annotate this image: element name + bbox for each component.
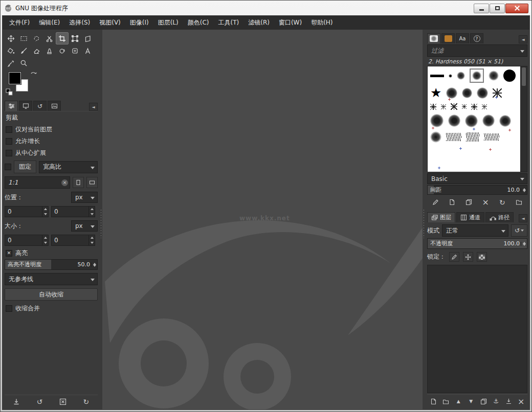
option-highlight[interactable]: ✕ 高亮 [5, 247, 98, 259]
brush-thumbnail[interactable] [477, 87, 488, 99]
size-unit-combo[interactable]: px [71, 220, 98, 232]
swap-colors-icon[interactable] [30, 71, 37, 78]
maximize-button[interactable] [490, 4, 505, 13]
option-allow-growing[interactable]: 允许增长 [5, 135, 98, 147]
tool-free-select[interactable] [30, 32, 43, 44]
checkbox-allow-growing[interactable] [6, 138, 12, 145]
tool-crop[interactable] [56, 32, 69, 44]
edit-brush-button[interactable] [429, 197, 442, 208]
delete-brush-button[interactable]: × [479, 197, 492, 208]
tab-brushes[interactable] [427, 33, 440, 43]
tab-images[interactable] [48, 101, 61, 111]
brush-thumbnail[interactable] [482, 115, 495, 127]
canvas[interactable]: www.kkx.net [102, 30, 423, 409]
portrait-button[interactable] [73, 177, 84, 188]
scrollbar-thumb[interactable] [522, 67, 526, 86]
titlebar[interactable]: GNU 图像处理程序 [2, 2, 530, 15]
layer-opacity-slider[interactable]: 不透明度 100.0 [427, 238, 527, 249]
menu-windows[interactable]: 窗口(W) [274, 16, 306, 30]
mode-switch-button[interactable]: ↺ [511, 224, 527, 237]
reset-tool-options-button[interactable]: ↻ [79, 396, 93, 407]
new-layer-button[interactable] [427, 396, 440, 407]
option-shrink-merged[interactable]: 收缩合并 [5, 303, 98, 314]
brush-thumbnail[interactable] [489, 71, 499, 81]
guides-combo[interactable]: 无参考线 [5, 273, 98, 285]
anchor-layer-button[interactable]: ⚓ [490, 396, 503, 407]
brush-thumbnail[interactable] [446, 133, 461, 141]
delete-tool-preset-button[interactable] [56, 396, 70, 407]
checkbox-expand-from-center[interactable] [6, 150, 12, 156]
checkbox-shrink-merged[interactable] [6, 305, 12, 312]
foreground-color-swatch[interactable] [9, 72, 21, 84]
position-x-spinner[interactable] [5, 206, 49, 217]
tab-device-status[interactable] [19, 101, 32, 111]
tool-scissors-select[interactable] [43, 32, 56, 44]
brush-thumbnail[interactable] [466, 132, 479, 142]
brush-thumbnail[interactable] [446, 87, 457, 99]
brush-thumbnail[interactable] [499, 115, 511, 127]
lock-alpha-button[interactable] [477, 252, 487, 262]
tool-heal[interactable] [69, 44, 81, 57]
tab-fonts[interactable]: Aa [456, 33, 469, 43]
tool-perspective[interactable] [81, 32, 94, 44]
brush-thumbnail[interactable] [451, 103, 457, 110]
tool-rectangle-select[interactable] [17, 32, 30, 44]
ratio-input[interactable] [5, 176, 70, 189]
brush-collection-combo[interactable]: Basic [427, 173, 527, 184]
tab-channels[interactable]: 通道 [456, 212, 484, 222]
save-tool-preset-button[interactable] [10, 396, 23, 407]
tab-paths[interactable]: 路径 [485, 212, 514, 222]
layers-list[interactable] [427, 265, 527, 393]
left-dock-menu-button[interactable]: ◄ [89, 103, 98, 111]
open-brush-as-image-button[interactable] [513, 197, 526, 208]
refresh-brushes-button[interactable]: ↻ [496, 197, 509, 208]
menu-file[interactable]: 文件(F) [5, 16, 34, 30]
tool-bucket-fill[interactable] [5, 44, 17, 57]
highlight-opacity-slider[interactable]: 高亮不透明度 50.0 [5, 259, 98, 270]
brush-thumbnail[interactable] [448, 115, 460, 127]
tool-color-picker[interactable] [5, 57, 17, 69]
default-colors-icon[interactable] [6, 88, 13, 96]
menu-filters[interactable]: 滤镜(R) [243, 16, 274, 30]
menu-tools[interactable]: 工具(T) [214, 16, 244, 30]
size-width-spinner[interactable] [5, 235, 49, 246]
right-panel-resize-grip[interactable] [423, 30, 425, 409]
fixed-label[interactable]: 固定 [14, 161, 36, 173]
minimize-button[interactable] [474, 4, 489, 13]
brush-thumbnail[interactable] [465, 115, 478, 127]
lock-position-button[interactable] [463, 252, 473, 262]
new-layer-group-button[interactable] [440, 396, 453, 407]
brush-thumbnail[interactable] [430, 131, 441, 143]
menu-help[interactable]: 帮助(H) [306, 16, 337, 30]
delete-layer-button[interactable]: × [515, 396, 528, 407]
brush-thumbnail[interactable] [441, 104, 446, 109]
menu-edit[interactable]: 编辑(E) [34, 16, 64, 30]
layers-dock-menu-button[interactable]: ◄ [519, 214, 527, 222]
fixed-combo[interactable]: 宽高比 [39, 161, 98, 173]
position-unit-combo[interactable]: px [71, 192, 98, 203]
brush-thumbnail[interactable] [503, 70, 516, 82]
tool-eraser[interactable] [30, 44, 43, 57]
brush-grid[interactable]: ★ [427, 66, 521, 172]
tab-undo-history[interactable]: ↺ [33, 101, 47, 111]
brush-thumbnail[interactable]: ★ [430, 87, 441, 99]
brush-thumbnail[interactable] [430, 75, 444, 77]
tool-clone[interactable] [43, 44, 56, 57]
tab-tool-options[interactable] [5, 101, 18, 111]
layer-mode-combo[interactable]: 正常 [442, 224, 508, 237]
auto-shrink-button[interactable]: 自动收缩 [5, 288, 98, 301]
brush-dock-menu-button[interactable]: ◄ [519, 35, 527, 43]
checkbox-current-layer-only[interactable] [6, 126, 12, 133]
brush-grid-scrollbar[interactable] [521, 66, 527, 172]
menu-colors[interactable]: 颜色(C) [183, 16, 214, 30]
tool-unified-transform[interactable] [69, 32, 81, 44]
lower-layer-button[interactable]: ▼ [465, 396, 478, 407]
menu-layer[interactable]: 图层(L) [153, 16, 183, 30]
option-expand-from-center[interactable]: 从中心扩展 [5, 147, 98, 159]
brush-thumbnail[interactable] [457, 72, 465, 80]
close-button[interactable] [505, 4, 528, 13]
tab-document-history[interactable]: ? [470, 33, 483, 43]
tool-paintbrush[interactable] [17, 44, 30, 57]
raise-layer-button[interactable]: ▲ [452, 396, 465, 407]
merge-down-button[interactable] [502, 396, 515, 407]
